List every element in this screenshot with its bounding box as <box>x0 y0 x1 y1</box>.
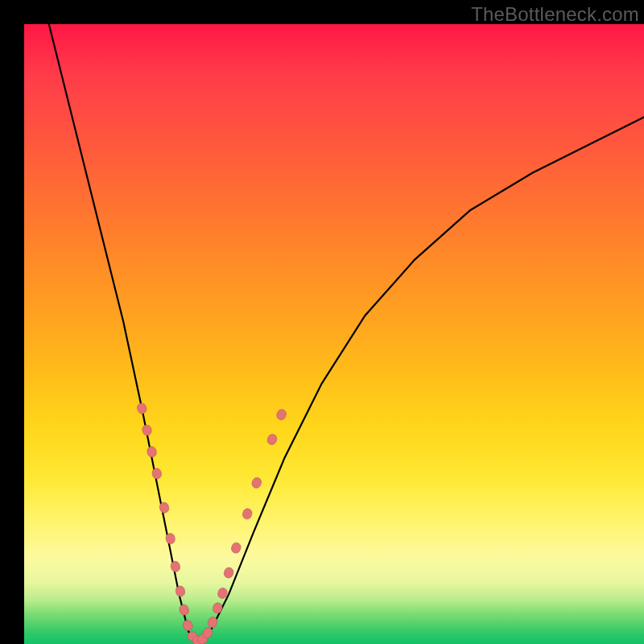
marker-bead <box>136 402 147 415</box>
curve-layer <box>24 24 644 644</box>
marker-bead <box>170 560 180 572</box>
marker-bead <box>147 446 158 458</box>
marker-bead <box>175 585 185 597</box>
marker-bead <box>250 477 262 489</box>
marker-bead <box>142 424 153 436</box>
marker-bead <box>266 433 279 446</box>
marker-bead <box>223 567 234 580</box>
marker-bead <box>212 601 224 614</box>
marker-bead <box>182 619 194 632</box>
marker-bead <box>179 604 190 616</box>
marker-bead <box>242 507 253 520</box>
marker-bead <box>151 468 163 480</box>
plot-area <box>24 24 644 644</box>
marker-bead <box>275 408 287 421</box>
marker-bead <box>230 542 242 555</box>
marker-group <box>136 402 287 644</box>
bottleneck-curve <box>49 24 644 641</box>
watermark-text: TheBottleneck.com <box>471 3 639 26</box>
chart-frame: TheBottleneck.com <box>0 0 644 644</box>
